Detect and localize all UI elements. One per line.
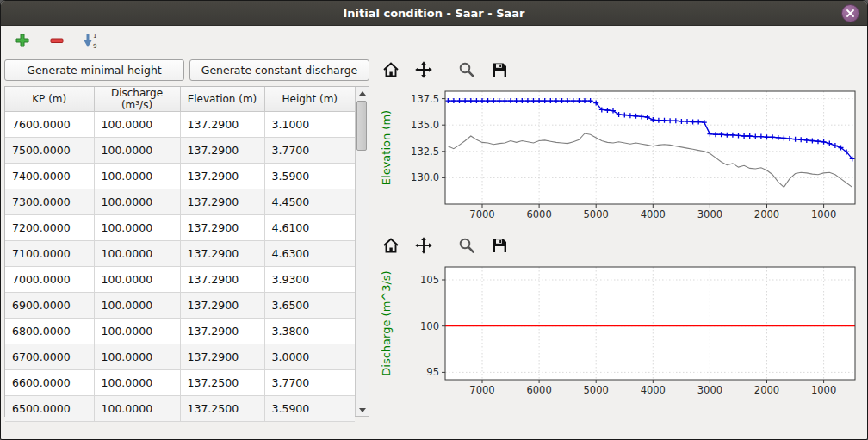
- table-cell[interactable]: 3.5900: [264, 396, 355, 422]
- scroll-down-button[interactable]: [356, 404, 369, 416]
- table-cell[interactable]: 137.2900: [180, 138, 264, 164]
- add-row-button[interactable]: [11, 29, 34, 52]
- table-cell[interactable]: 3.1000: [264, 112, 355, 138]
- table-row[interactable]: 7200.0000100.0000137.29004.6100: [5, 215, 355, 241]
- table-cell[interactable]: 6500.0000: [5, 396, 94, 422]
- table-cell[interactable]: 7100.0000: [5, 241, 94, 267]
- svg-text:5000: 5000: [584, 208, 609, 220]
- table-cell[interactable]: 137.2900: [180, 241, 264, 267]
- table-cell[interactable]: 100.0000: [94, 215, 180, 241]
- table-cell[interactable]: 137.2900: [180, 319, 264, 344]
- table-cell[interactable]: 100.0000: [94, 344, 180, 370]
- zoom-button[interactable]: [456, 234, 478, 257]
- table-row[interactable]: 7000.0000100.0000137.29003.9300: [5, 267, 355, 293]
- table-cell[interactable]: 137.2900: [180, 267, 264, 293]
- table-row[interactable]: 7400.0000100.0000137.29003.5900: [5, 164, 355, 189]
- table-cell[interactable]: 3.6500: [264, 293, 355, 319]
- scroll-up-arrow-icon: [359, 91, 366, 96]
- svg-text:2000: 2000: [754, 208, 779, 220]
- table-cell[interactable]: 4.6300: [264, 241, 355, 267]
- table-cell[interactable]: 137.2900: [180, 189, 264, 215]
- scroll-up-button[interactable]: [356, 87, 369, 99]
- home-icon: [381, 60, 400, 79]
- table-row[interactable]: 6800.0000100.0000137.29003.3800: [5, 319, 355, 344]
- column-header[interactable]: KP (m): [5, 87, 94, 112]
- pan-button[interactable]: [412, 59, 435, 81]
- scrollbar-thumb[interactable]: [356, 101, 367, 151]
- table-cell[interactable]: 6800.0000: [5, 319, 94, 344]
- close-button[interactable]: [841, 4, 859, 22]
- generate-minimal-height-button[interactable]: Generate minimal height: [4, 59, 184, 81]
- table-cell[interactable]: 137.2900: [180, 215, 264, 241]
- table-cell[interactable]: 7600.0000: [5, 112, 94, 138]
- table-cell[interactable]: 4.6100: [264, 215, 355, 241]
- table-cell[interactable]: 6600.0000: [5, 370, 94, 396]
- table-row[interactable]: 7300.0000100.0000137.29004.4500: [5, 189, 355, 215]
- table-row[interactable]: 6700.0000100.0000137.29003.0000: [5, 344, 355, 370]
- table-cell[interactable]: 100.0000: [94, 319, 180, 344]
- generate-constant-discharge-button[interactable]: Generate constant discharge: [189, 59, 369, 81]
- table-cell[interactable]: 6700.0000: [5, 344, 94, 370]
- sort-rows-button[interactable]: 1 9: [80, 29, 102, 52]
- svg-text:3000: 3000: [698, 208, 722, 220]
- discharge-chart: 700060005000400030002000100095100105Disc…: [376, 260, 864, 402]
- table-cell[interactable]: 3.7700: [264, 370, 355, 396]
- table-cell[interactable]: 100.0000: [94, 370, 180, 396]
- pan-button[interactable]: [412, 234, 435, 257]
- table-cell[interactable]: 100.0000: [94, 293, 180, 319]
- table-cell[interactable]: 3.5900: [264, 164, 355, 189]
- main-toolbar: 1 9: [1, 26, 867, 54]
- table-cell[interactable]: 137.2900: [180, 293, 264, 319]
- column-header[interactable]: Height (m): [264, 87, 355, 112]
- home-button[interactable]: [380, 234, 402, 257]
- table-cell[interactable]: 137.2500: [180, 370, 264, 396]
- table-row[interactable]: 6600.0000100.0000137.25003.7700: [5, 370, 355, 396]
- table-row[interactable]: 7100.0000100.0000137.29004.6300: [5, 241, 355, 267]
- pan-arrows-icon: [414, 60, 433, 79]
- column-header[interactable]: Discharge (m³/s): [94, 87, 180, 112]
- zoom-button[interactable]: [456, 59, 478, 81]
- table-cell[interactable]: 3.0000: [264, 344, 355, 370]
- table-cell[interactable]: 100.0000: [94, 189, 180, 215]
- table-header-row: KP (m)Discharge (m³/s)Elevation (m)Heigh…: [5, 87, 355, 112]
- table-row[interactable]: 6900.0000100.0000137.29003.6500: [5, 293, 355, 319]
- table-scrollbar[interactable]: [355, 87, 369, 416]
- scrollbar-track[interactable]: [356, 99, 369, 404]
- table-cell[interactable]: 7200.0000: [5, 215, 94, 241]
- table-cell[interactable]: 7000.0000: [5, 267, 94, 293]
- table-cell[interactable]: 100.0000: [94, 164, 180, 189]
- home-button[interactable]: [380, 59, 402, 81]
- table-row[interactable]: 7600.0000100.0000137.29003.1000: [5, 112, 355, 138]
- table-cell[interactable]: 100.0000: [94, 396, 180, 422]
- table-cell[interactable]: 7500.0000: [5, 138, 94, 164]
- remove-row-button[interactable]: [46, 29, 68, 52]
- table-cell[interactable]: 7400.0000: [5, 164, 94, 189]
- elevation-chart: 7000600050004000300020001000130.0132.513…: [376, 84, 864, 226]
- svg-text:137.5: 137.5: [411, 93, 439, 105]
- magnifier-icon: [457, 236, 476, 255]
- svg-text:1000: 1000: [811, 208, 836, 220]
- table-cell[interactable]: 4.4500: [264, 189, 355, 215]
- table-cell[interactable]: 137.2500: [180, 396, 264, 422]
- table-cell[interactable]: 100.0000: [94, 241, 180, 267]
- close-icon: [846, 9, 855, 18]
- column-header[interactable]: Elevation (m): [180, 87, 264, 112]
- table-cell[interactable]: 3.3800: [264, 319, 355, 344]
- table-cell[interactable]: 137.2900: [180, 164, 264, 189]
- titlebar[interactable]: Initial condition - Saar - Saar: [1, 1, 867, 26]
- table-cell[interactable]: 137.2900: [180, 344, 264, 370]
- table-cell[interactable]: 137.2900: [180, 112, 264, 138]
- table-cell[interactable]: 100.0000: [94, 112, 180, 138]
- table-cell[interactable]: 3.7700: [264, 138, 355, 164]
- table-cell[interactable]: 100.0000: [94, 267, 180, 293]
- table-cell[interactable]: 6900.0000: [5, 293, 94, 319]
- table-row[interactable]: 6500.0000100.0000137.25003.5900: [5, 396, 355, 422]
- save-button[interactable]: [488, 234, 511, 257]
- table-row[interactable]: 7500.0000100.0000137.29003.7700: [5, 138, 355, 164]
- table-cell[interactable]: 3.9300: [264, 267, 355, 293]
- save-button[interactable]: [488, 59, 511, 81]
- svg-text:132.5: 132.5: [411, 146, 439, 158]
- table-cell[interactable]: 7300.0000: [5, 189, 94, 215]
- add-row-icon: [14, 32, 31, 49]
- table-cell[interactable]: 100.0000: [94, 138, 180, 164]
